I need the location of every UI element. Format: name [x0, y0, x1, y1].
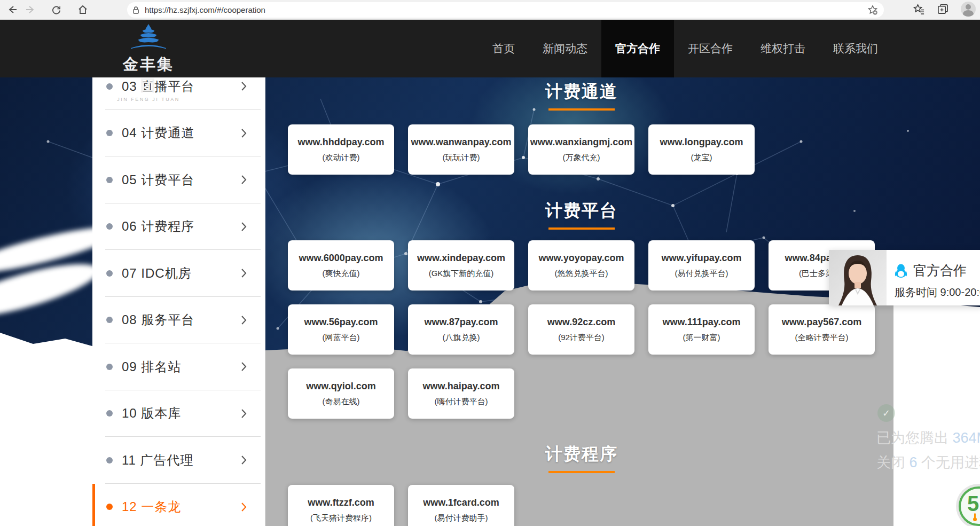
sidebar-item-label: 07 IDC机房	[122, 265, 192, 282]
forward-button[interactable]	[21, 2, 40, 18]
card-label: (GK旗下新的充值)	[429, 269, 494, 279]
card-url: www.1fcard.com	[423, 497, 499, 508]
sidebar-item[interactable]: 09 排名站	[92, 343, 265, 390]
site-card[interactable]: www.92cz.com(92计费平台)	[528, 304, 634, 355]
bullet-icon	[106, 457, 113, 464]
chevron-right-icon	[241, 315, 247, 325]
card-label: (八旗兑换)	[443, 333, 480, 343]
card-grid: www.6000pay.com(爽快充值)www.xindepay.com(GK…	[288, 240, 875, 419]
service-panel: 官方合作 服务时间 9:00-20:00	[887, 250, 980, 305]
sidebar-item[interactable]: 06 计费程序	[92, 203, 265, 250]
bullet-icon	[106, 130, 113, 136]
site-card[interactable]: www.wanwanpay.com(玩玩计费)	[408, 124, 514, 175]
sidebar-item-label: 06 计费程序	[122, 218, 194, 235]
site-logo[interactable]: 金丰集团 JIN FENG JI TUAN	[116, 24, 181, 102]
url-text[interactable]: https://hz.szjfxj.com/#/cooperation	[145, 5, 867, 14]
nav-item[interactable]: 维权打击	[747, 20, 819, 77]
collections-icon[interactable]	[937, 3, 949, 15]
card-url: www.92cz.com	[547, 317, 615, 328]
favorites-icon[interactable]	[913, 3, 925, 15]
card-label: (网蓝平台)	[323, 333, 360, 343]
site-card[interactable]: www.hhddpay.com(欢动计费)	[288, 124, 394, 175]
bullet-icon	[106, 83, 113, 90]
card-label: (第一财富)	[683, 333, 720, 343]
site-card[interactable]: www.haipay.com(嗨付计费平台)	[408, 368, 514, 419]
site-card[interactable]: www.ftzzf.com(飞天猪计费程序)	[288, 485, 394, 526]
bullet-icon	[106, 177, 113, 183]
section-billing-platform: 计费平台 www.6000pay.com(爽快充值)www.xindepay.c…	[288, 199, 875, 419]
card-url: www.wanwanpay.com	[411, 137, 511, 148]
chevron-right-icon	[241, 222, 247, 232]
nav-item[interactable]: 首页	[479, 20, 529, 77]
bullet-icon	[106, 410, 113, 417]
site-card[interactable]: www.pay567.com(全略计费平台)	[769, 304, 875, 355]
service-popup-title: 官方合作	[913, 262, 967, 279]
nav-item[interactable]: 新闻动态	[529, 20, 601, 77]
chevron-right-icon	[241, 409, 247, 419]
logo-subtitle: JIN FENG JI TUAN	[116, 97, 181, 102]
lock-icon	[132, 6, 139, 14]
sidebar-item-label: 08 服务平台	[122, 311, 194, 328]
section-title: 计费通道	[545, 80, 618, 104]
sidebar-item[interactable]: 05 计费平台	[92, 156, 265, 203]
qq-penguin-icon	[895, 264, 907, 278]
sidebar-item[interactable]: 04 计费通道	[92, 110, 265, 157]
nav-item[interactable]: 开区合作	[674, 20, 747, 77]
card-label: (易付兑换平台)	[675, 269, 728, 279]
sidebar-item[interactable]: 10 版本库	[92, 390, 265, 437]
back-button[interactable]	[3, 2, 21, 18]
title-underline	[548, 108, 615, 111]
site-card[interactable]: www.longpay.com(龙宝)	[648, 124, 755, 175]
title-underline	[548, 471, 615, 473]
logo-title: 金丰集团	[116, 54, 181, 97]
sidebar-item[interactable]: 12 一条龙	[92, 484, 265, 526]
pagoda-logo-icon	[129, 24, 168, 51]
service-agent-photo	[829, 250, 887, 305]
nav-item[interactable]: 联系我们	[819, 20, 892, 77]
site-card[interactable]: www.qyiol.com(奇易在线)	[288, 368, 394, 419]
home-button[interactable]	[74, 2, 92, 18]
card-url: www.6000pay.com	[299, 253, 383, 264]
site-card[interactable]: www.111pay.com(第一财富)	[648, 304, 755, 355]
sidebar-item-label: 12 一条龙	[122, 498, 181, 515]
chevron-right-icon	[241, 455, 247, 465]
optimizer-float-badge[interactable]: 5	[959, 486, 980, 526]
site-card[interactable]: www.xindepay.com(GK旗下新的充值)	[408, 240, 514, 291]
card-label: (易付计费助手)	[435, 513, 488, 523]
chevron-right-icon	[241, 175, 247, 185]
card-url: www.hhddpay.com	[297, 137, 384, 148]
site-card[interactable]: www.6000pay.com(爽快充值)	[288, 240, 394, 291]
site-card[interactable]: www.56pay.com(网蓝平台)	[288, 304, 394, 355]
site-card[interactable]: www.87pay.com(八旗兑换)	[408, 304, 514, 355]
chevron-right-icon	[241, 502, 247, 512]
card-label: (玩玩计费)	[443, 153, 480, 163]
chevron-right-icon	[241, 362, 247, 372]
card-grid: www.ftzzf.com(飞天猪计费程序)www.1fcard.com(易付计…	[288, 485, 875, 526]
sidebar-menu: 03 直播平台04 计费通道05 计费平台06 计费程序07 IDC机房08 服…	[92, 77, 265, 526]
card-url: www.yoyopay.com	[538, 253, 624, 264]
bullet-icon	[106, 223, 113, 230]
sidebar-item[interactable]: 08 服务平台	[92, 297, 265, 344]
sidebar-item-label: 05 计费平台	[122, 171, 194, 189]
bullet-icon	[106, 270, 113, 277]
card-url: www.111pay.com	[662, 317, 740, 328]
section-billing-channel: 计费通道 www.hhddpay.com(欢动计费)www.wanwanpay.…	[288, 80, 875, 175]
profile-avatar[interactable]	[961, 2, 976, 17]
card-label: (嗨付计费平台)	[435, 397, 488, 407]
address-bar[interactable]: https://hz.szjfxj.com/#/cooperation	[127, 2, 884, 18]
add-favorite-icon[interactable]	[867, 4, 879, 16]
site-card[interactable]: www.yifupay.com(易付兑换平台)	[648, 240, 755, 291]
nav-item[interactable]: 官方合作	[601, 20, 674, 77]
site-card[interactable]: www.1fcard.com(易付计费助手)	[408, 485, 514, 526]
section-billing-program: 计费程序 www.ftzzf.com(飞天猪计费程序)www.1fcard.co…	[288, 443, 875, 526]
site-card[interactable]: www.yoyopay.com(悠悠兑换平台)	[528, 240, 634, 291]
card-url: www.haipay.com	[422, 381, 499, 392]
card-url: www.longpay.com	[660, 137, 743, 148]
sidebar-item[interactable]: 11 广告代理	[92, 437, 265, 484]
main-nav: 首页新闻动态官方合作开区合作维权打击联系我们	[479, 20, 892, 77]
site-card[interactable]: www.wanxiangmj.com(万象代充)	[528, 124, 634, 175]
sidebar-item[interactable]: 07 IDC机房	[92, 250, 265, 297]
chevron-right-icon	[241, 81, 247, 91]
service-popup[interactable]: 官方合作 服务时间 9:00-20:00	[829, 250, 980, 305]
refresh-button[interactable]	[47, 2, 65, 18]
